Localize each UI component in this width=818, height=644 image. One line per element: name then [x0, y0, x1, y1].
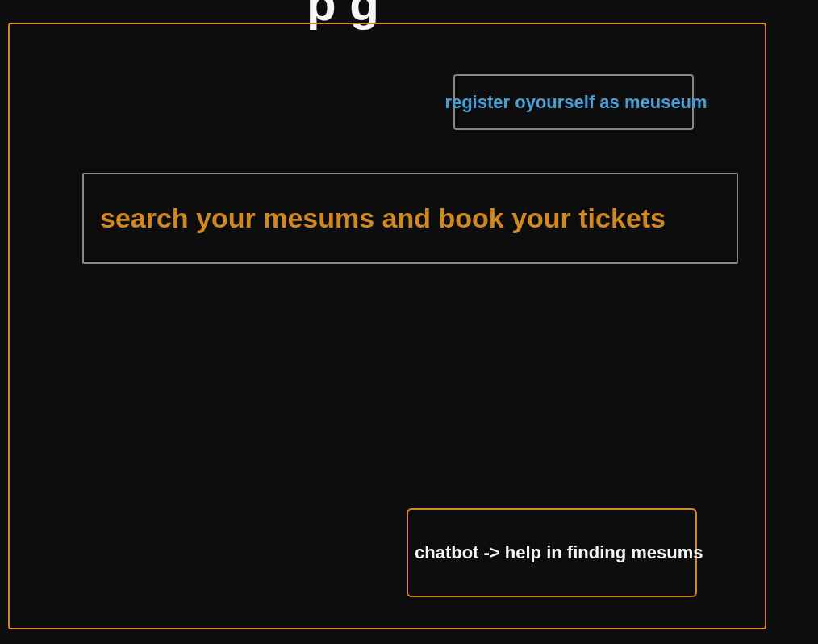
search-input[interactable] [82, 173, 738, 264]
chatbot-button-label: chatbot -> help in finding mesums [415, 542, 703, 563]
chatbot-button[interactable]: chatbot -> help in finding mesums [407, 508, 697, 597]
register-button-label: register oyourself as meuseum [444, 92, 707, 113]
main-wireframe-container: register oyourself as meuseum chatbot ->… [8, 23, 766, 629]
register-museum-button[interactable]: register oyourself as meuseum [453, 74, 694, 130]
